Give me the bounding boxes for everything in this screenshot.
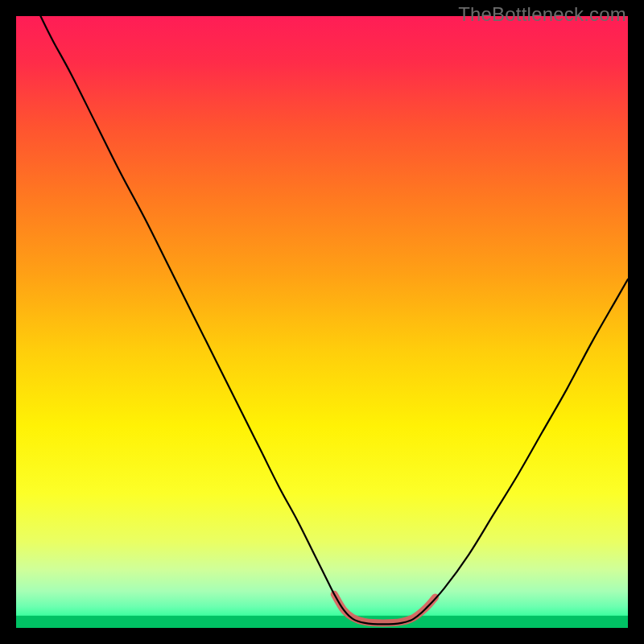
chart-bottom-band <box>16 616 628 628</box>
chart-background <box>16 16 628 628</box>
watermark-text: TheBottleneck.com <box>458 3 626 26</box>
bottleneck-chart <box>16 16 628 628</box>
chart-frame <box>16 16 628 628</box>
